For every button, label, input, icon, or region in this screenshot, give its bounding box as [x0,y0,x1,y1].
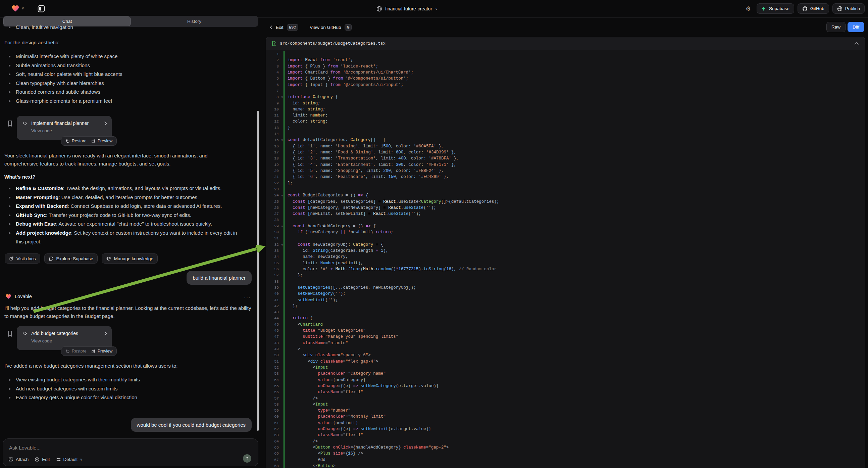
view-on-github-button[interactable]: View on GitHub [310,25,341,30]
bookmark-icon[interactable] [7,120,13,127]
code-line: 51 <div className="flex gap-4"> [266,358,865,364]
fold-chevron-icon[interactable]: ∨ [281,242,283,248]
github-button[interactable]: GitHub [798,3,829,14]
sidebar-toggle-icon[interactable] [36,4,46,14]
code-line: 21 { id: '6', name: 'Healthcare', limit:… [266,174,865,180]
line-number: 24∨ [266,193,283,198]
mode-selector[interactable]: Default ∨ [56,457,83,462]
code-line: 9 id: string; [266,100,865,107]
code-line: 59 type="number" [266,408,865,414]
list-item: Subtle animations and transitions [4,61,122,70]
whats-next-list: Refine & Customize: Tweak the design, an… [4,184,243,246]
settings-gear-icon[interactable]: ⚙ [743,4,753,14]
diff-toggle-button[interactable]: Diff [847,22,864,32]
code-text: placeholder="Monthly limit" [283,414,865,420]
explore-supabase-button[interactable]: Explore Supabase [44,254,98,264]
code-line: 64 /> [266,438,865,444]
code-line: 36 color: '#' + Math.floor(Math.random()… [266,266,865,272]
fold-chevron-icon[interactable]: ∨ [281,224,283,230]
list-item: Master Prompting: Use clear, detailed, a… [4,193,243,202]
chat-composer[interactable]: Ask Lovable... Attach Edit Default ∨ [3,438,258,466]
line-number: 16 [266,143,283,149]
code-line: 33 id: String(categories.length + 1), [266,248,865,254]
line-number: 30 [266,229,283,235]
line-number: 39 [266,285,283,291]
line-number: 8∨ [266,94,283,100]
code-text: id: String(categories.length + 1), [283,248,865,254]
line-number: 18 [266,155,283,162]
code-text: type="number" [283,408,865,414]
list-item: Add new budget categories with custom li… [4,384,140,393]
code-line: 60 placeholder="Monthly limit" [266,414,865,420]
attach-button[interactable]: Attach [8,457,29,462]
line-number: 35 [266,260,283,266]
chevron-down-icon: ∨ [435,7,437,11]
line-number: 4 [266,69,283,76]
edit-button[interactable]: Edit [35,457,50,462]
line-number: 31 [266,235,283,241]
chevron-right-icon [104,121,107,125]
code-text: onChange={(e) => setNewCategory(e.target… [283,383,865,389]
publish-button[interactable]: Publish [832,3,865,14]
line-number: 49 [266,346,283,352]
message-menu-icon[interactable]: ··· [244,294,251,300]
line-number: 40 [266,291,283,297]
line-number: 59 [266,408,283,414]
tab-history[interactable]: History [131,17,258,26]
view-code-link[interactable]: View code [31,128,107,133]
code-text: value={newLimit} [283,420,865,426]
code-text: const handleAddCategory = () => { [283,223,865,229]
exit-button[interactable]: Exit [276,25,283,30]
lovable-logo-icon[interactable] [11,4,20,12]
line-number: 53 [266,371,283,377]
chat-scrollbar[interactable] [257,111,259,431]
bookmark-icon[interactable] [7,330,13,337]
line-number: 34 [266,254,283,260]
collapse-chevron-up-icon[interactable] [854,42,859,45]
code-line: 34 name: newCategory, [266,254,865,260]
line-number: 1 [266,51,283,57]
fold-chevron-icon[interactable]: ∨ [281,193,283,199]
code-text: const [categories, setCategories] = Reac… [283,199,865,205]
code-line: 3import { Plus } from 'lucide-react'; [266,63,865,69]
raw-toggle-button[interactable]: Raw [827,22,845,32]
line-number: 37 [266,272,283,278]
logo-dropdown-chevron-icon[interactable]: ∨ [22,6,24,10]
line-number: 64 [266,438,283,444]
preview-button[interactable]: Preview [91,139,113,143]
code-line: 40 setNewCategory(''); [266,291,865,297]
preview-button[interactable]: Preview [91,349,113,353]
file-header[interactable]: src/components/budget/BudgetCategories.t… [266,37,865,50]
code-line: 67 Add [266,457,865,463]
project-switcher[interactable]: financial-future-creator ∨ [376,0,437,18]
code-line: 1 [266,51,865,57]
supabase-button[interactable]: Supabase [756,3,794,14]
restore-button[interactable]: Restore [65,139,87,143]
view-code-link[interactable]: View code [31,339,107,344]
code-line: 27 const [newLimit, setNewLimit] = React… [266,211,865,217]
github-icon [802,6,808,11]
visit-docs-button[interactable]: Visit docs [5,254,40,264]
code-line: 41 setNewLimit(''); [266,297,865,303]
code-text: <Input [283,364,865,371]
line-number: 32∨ [266,242,283,248]
chevron-right-icon [104,331,107,336]
fold-chevron-icon[interactable]: ∨ [281,137,283,143]
code-viewer: src/components/budget/BudgetCategories.t… [266,37,865,468]
list-item: Debug with Ease: Activate our experiment… [4,220,243,229]
code-line: 45 <ChartCard [266,322,865,328]
manage-knowledge-button[interactable]: Manage knowledge [102,254,158,264]
code-line: 37 }; [266,272,865,278]
chat-input[interactable]: Ask Lovable... [9,445,40,450]
code-text: Add [283,457,865,463]
code-text: <ChartCard [283,322,865,328]
line-number: 10 [266,107,283,113]
code-text: if (!newCategory || !newLimit) return; [283,229,865,235]
code-line: 32∨ const newCategoryObj: Category = { [266,242,865,248]
list-item: GitHub Sync: Transfer your project's cod… [4,211,243,220]
send-button[interactable] [243,454,251,463]
fold-chevron-icon[interactable]: ∨ [281,94,283,100]
code-text: id: string; [283,100,865,107]
line-number: 27 [266,211,283,217]
restore-button[interactable]: Restore [65,349,87,353]
